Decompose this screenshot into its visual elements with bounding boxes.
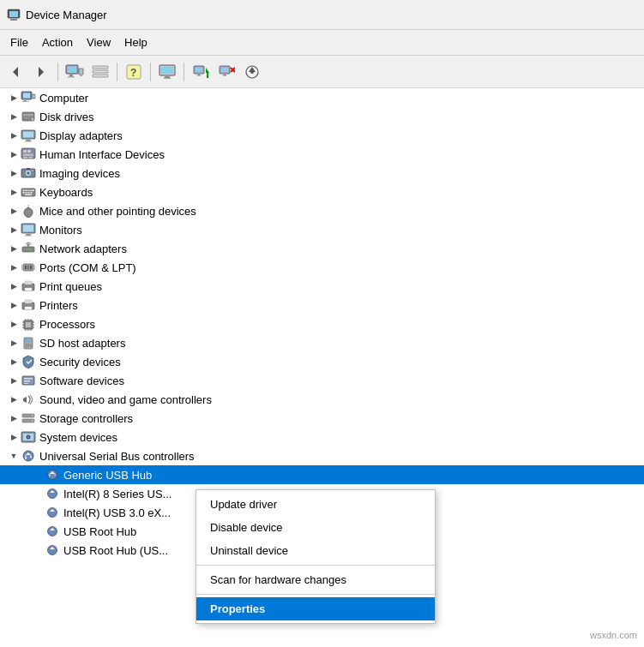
svg-rect-75 [23,225,33,232]
svg-rect-135 [25,458,27,459]
svg-rect-61 [23,190,25,192]
expand-arrow-processors: ▶ [7,317,21,331]
context-menu-update-driver[interactable]: Update driver [196,493,435,516]
svg-rect-120 [24,378,33,380]
tree-item-processors[interactable]: ▶ Processors [0,315,644,333]
expand-arrow-mice: ▶ [7,204,21,218]
context-menu-scan[interactable]: Scan for hardware changes [196,568,435,591]
menu-help[interactable]: Help [117,33,154,52]
tree-item-mice[interactable]: ▶ Mice and other pointing devices [0,201,644,220]
tree-item-display-adapters[interactable]: ▶ Display adapters [0,126,644,145]
svg-rect-70 [25,195,32,196]
forward-button[interactable] [29,60,53,84]
svg-rect-19 [161,67,173,74]
tree-item-printers[interactable]: ▶ Printers [0,296,644,315]
tree-item-sound[interactable]: ▶ Sound, video and game controllers [0,390,644,409]
tree-item-storage[interactable]: ▶ Storage controllers [0,409,644,428]
tree-item-security[interactable]: ▶ Security devices [0,352,644,371]
expand-arrow-ports: ▶ [7,261,21,274]
tree-item-software[interactable]: ▶ Software devices [0,371,644,390]
svg-rect-116 [26,344,27,347]
tree-item-sd-host[interactable]: ▶ SD host adapters [0,333,644,352]
main-content: ▶ Computer ▶ Disk drives ▶ [0,88,644,647]
svg-rect-1 [9,11,18,17]
svg-text:?: ? [130,67,136,79]
svg-rect-80 [27,249,28,250]
tree-label-monitors: Monitors [39,224,82,237]
sound-icon [21,392,36,407]
view-computer-button[interactable] [63,60,87,84]
watermark: wsxdn.com [590,630,637,640]
toolbar-sep-4 [184,63,184,81]
svg-rect-13 [93,66,108,69]
svg-rect-115 [25,338,32,343]
disk-drives-icon [21,109,36,124]
back-button[interactable] [3,60,27,84]
context-menu-sep-2 [196,594,435,595]
remove-device-button[interactable] [214,60,238,84]
expand-arrow-printers: ▶ [7,298,21,312]
svg-rect-98 [25,307,32,309]
tree-label-print-queues: Print queues [39,280,102,293]
menu-action[interactable]: Action [35,33,80,52]
svg-rect-38 [22,101,29,102]
context-menu: Update driver Disable device Uninstall d… [196,489,436,624]
toolbar: ? [0,56,644,88]
svg-rect-90 [33,265,35,270]
network-adapters-icon [21,241,36,256]
tree-sub-label-usb-root: USB Root Hub [63,525,136,538]
svg-point-34 [250,70,254,74]
svg-point-131 [27,436,29,438]
tree-item-keyboards[interactable]: ▶ Keyboards [0,183,644,201]
svg-rect-44 [23,117,29,118]
expand-arrow-storage: ▶ [7,411,21,425]
svg-rect-79 [24,249,26,250]
tree-item-imaging[interactable]: ▶ Imaging devices [0,164,644,183]
svg-rect-65 [33,190,34,192]
context-menu-properties[interactable]: Properties [196,597,435,620]
mice-icon [21,203,36,219]
menu-file[interactable]: File [3,33,35,52]
software-devices-icon [21,373,36,388]
tree-sub-item-generic-usb[interactable]: Generic USB Hub [0,465,644,484]
tree-item-monitors[interactable]: ▶ Monitors [0,220,644,239]
print-queues-icon [21,279,36,294]
tree-label-display-adapters: Display adapters [39,129,123,142]
tree-item-print-queues[interactable]: ▶ Print queues [0,277,644,296]
tree-item-computer[interactable]: ▶ Computer [0,88,644,107]
tree-item-disk-drives[interactable]: ▶ Disk drives [0,107,644,126]
context-menu-uninstall[interactable]: Uninstall device [196,539,435,562]
usb-sub-icon-4 [45,524,60,539]
device-screen-button[interactable] [155,60,179,84]
svg-rect-58 [27,168,30,170]
svg-rect-69 [31,192,33,194]
tree-item-system[interactable]: ▶ System devices [0,428,644,446]
tree-item-ports[interactable]: ▶ Ports (COM & LPT) [0,258,644,277]
svg-rect-89 [21,265,23,270]
update-driver-toolbar-button[interactable] [189,60,213,84]
svg-point-99 [32,304,33,306]
expand-arrow-network: ▶ [7,242,21,255]
system-devices-icon [21,429,36,445]
human-interface-icon [21,147,36,162]
svg-rect-66 [23,192,25,194]
scan-hardware-button[interactable] [240,60,264,84]
menu-view[interactable]: View [80,33,117,52]
view-list-button[interactable] [88,60,112,84]
expand-arrow-sound: ▶ [7,392,21,406]
svg-marker-5 [39,67,44,77]
toolbar-sep-2 [117,63,117,81]
tree-item-usb[interactable]: ▼ Universal Serial Bus controllers [0,446,644,465]
context-menu-disable[interactable]: Disable device [196,516,435,539]
svg-rect-12 [81,75,82,76]
tree-label-software: Software devices [39,374,124,387]
tree-label-ports: Ports (COM & LPT) [39,261,136,274]
svg-point-94 [23,286,25,288]
help-button[interactable]: ? [122,60,146,84]
svg-rect-53 [23,157,27,159]
svg-rect-46 [23,132,33,138]
tree-item-human-interface[interactable]: ▶ Human Interface Devices [0,145,644,164]
svg-rect-92 [25,281,32,285]
svg-rect-121 [24,380,30,382]
tree-item-network[interactable]: ▶ Network adapters [0,239,644,258]
